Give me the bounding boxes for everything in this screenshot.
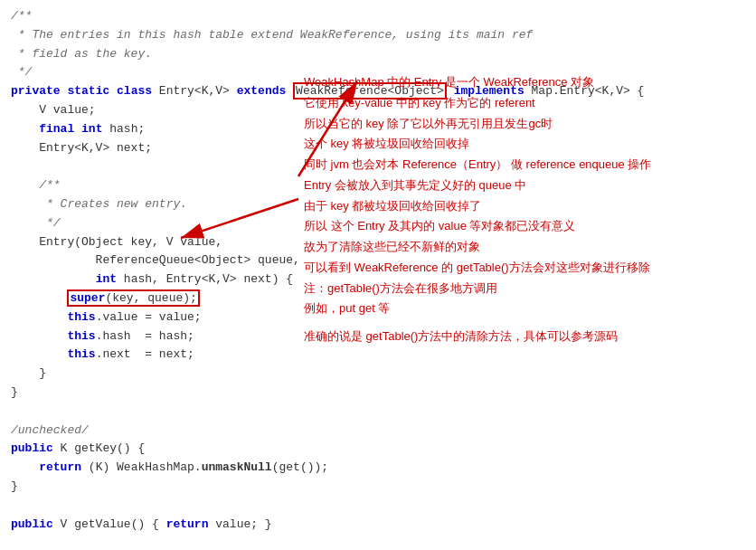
code-line-3: * field as the key. <box>11 45 279 64</box>
code-line-4: */ <box>11 63 279 82</box>
code-line-14: ReferenceQueue<Object> queue, <box>11 251 279 270</box>
code-line-12: */ <box>11 214 279 233</box>
super-highlight: super(key, queue); <box>67 289 199 307</box>
annotation-line-6: Entry 会被放入到其事先定义好的 queue 中 <box>304 175 747 196</box>
code-line-super: super(key, queue); <box>11 289 279 308</box>
annotation-line-11: 注：getTable()方法会在很多地方调用 <box>304 279 747 299</box>
annotation-line-9: 故为了清除这些已经不新鲜的对象 <box>304 237 747 258</box>
code-line-19: this.next = next; <box>11 346 279 365</box>
annotation-line-5: 同时 jvm 也会对本 Reference（Entry） 做 reference… <box>304 155 747 175</box>
code-line-getvalue: public V getValue() { return value; } <box>11 516 279 535</box>
code-line-2: * The entries in this hash table extend … <box>11 26 279 45</box>
code-line-20: } <box>11 365 279 384</box>
code-line-return-getkey: return (K) WeakHashMap.unmaskNull(get())… <box>11 459 279 478</box>
main-container: /** * The entries in this hash table ext… <box>0 0 756 550</box>
annotation-line-12: 例如，put get 等 <box>304 299 747 319</box>
annotation-line-8: 所以 这个 Entry 及其内的 value 等对象都已没有意义 <box>304 216 747 237</box>
code-line-22 <box>11 403 279 422</box>
code-line-11: * Creates new entry. <box>11 195 279 214</box>
code-line-close-getkey: } <box>11 478 279 497</box>
annotation-line-7: 由于 key 都被垃圾回收给回收掉了 <box>304 196 747 217</box>
code-line-7: final int hash; <box>11 120 279 139</box>
annotation-line-3: 所以当它的 key 除了它以外再无引用且发生gc时 <box>304 114 747 135</box>
code-line-21: } <box>11 384 279 403</box>
code-line-17: this.value = value; <box>11 308 279 327</box>
annotation-line-2: 它使用 key-value 中的 key 作为它的 referent <box>304 93 747 114</box>
code-line-6: V value; <box>11 101 279 120</box>
annotation-line-4: 这个 key 将被垃圾回收给回收掉 <box>304 134 747 155</box>
code-line-15: int hash, Entry<K,V> next) { <box>11 270 279 289</box>
annotation-line-1: WeakHashMap 中的 Entry 是一个 WeakReference 对… <box>304 72 747 93</box>
code-line-18: this.hash = hash; <box>11 327 279 346</box>
annotation-bottom: 准确的说是 getTable()方法中的清除方法，具体可以参考源码 <box>304 327 747 347</box>
code-line-1: /** <box>11 7 279 26</box>
code-area: /** * The entries in this hash table ext… <box>0 0 289 550</box>
code-line-8: Entry<K,V> next; <box>11 139 279 158</box>
code-line-getkey: public K getKey() { <box>11 440 279 459</box>
code-line-13: Entry(Object key, V value, <box>11 233 279 252</box>
annotation-area: WeakHashMap 中的 Entry 是一个 WeakReference 对… <box>304 72 747 347</box>
code-line-unchecked: /unchecked/ <box>11 422 279 441</box>
annotation-line-10: 可以看到 WeakReference 的 getTable()方法会对这些对象进… <box>304 258 747 279</box>
code-line-blank3 <box>11 534 279 550</box>
code-line-10: /** <box>11 176 279 195</box>
code-line-5: private static class Entry<K,V> extends … <box>11 82 279 101</box>
code-line-blank2 <box>11 497 279 516</box>
code-line-9 <box>11 157 279 176</box>
